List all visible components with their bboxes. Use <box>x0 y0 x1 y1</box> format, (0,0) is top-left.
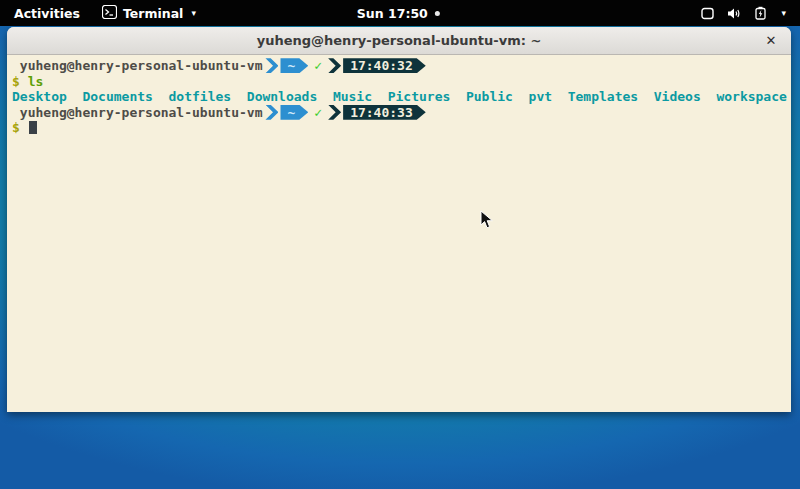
shell-prompt-symbol: $ <box>12 74 20 89</box>
prompt-cwd-segment: ~ <box>280 105 308 120</box>
top-bar: Activities Terminal ▾ Sun 17:50 <box>0 0 800 26</box>
window-title: yuheng@henry-personal-ubuntu-vm: ~ <box>257 33 542 48</box>
notification-dot-icon <box>435 11 440 16</box>
prompt-user-text: yuheng@henry-personal-ubuntu-vm <box>20 105 263 120</box>
app-menu[interactable]: Terminal ▾ <box>102 5 196 22</box>
app-menu-label: Terminal <box>123 6 183 21</box>
ls-output-line: Desktop Documents dotfiles Downloads Mus… <box>12 89 791 105</box>
clock-label: Sun 17:50 <box>357 6 428 21</box>
activities-button[interactable]: Activities <box>10 4 84 23</box>
prompt-user <box>12 58 20 73</box>
command-line: $ ls <box>12 74 791 90</box>
terminal-content[interactable]: yuheng@henry-personal-ubuntu-vm ~ ✓ 17:4… <box>7 55 791 411</box>
window-titlebar[interactable]: yuheng@henry-personal-ubuntu-vm: ~ ✕ <box>7 27 791 55</box>
terminal-window: yuheng@henry-personal-ubuntu-vm: ~ ✕ yuh… <box>7 27 791 412</box>
close-button[interactable]: ✕ <box>760 29 782 51</box>
status-check-icon: ✓ <box>314 105 322 120</box>
prompt-time-segment: 17:40:33 <box>343 105 426 120</box>
prompt-line-1: yuheng@henry-personal-ubuntu-vm ~ ✓ 17:4… <box>12 58 791 74</box>
powerline-separator-icon <box>265 105 278 120</box>
chevron-down-icon: ▾ <box>781 9 786 18</box>
chevron-down-icon: ▾ <box>191 9 196 18</box>
prompt-time-segment: 17:40:32 <box>343 58 426 73</box>
prompt-line-2: yuheng@henry-personal-ubuntu-vm ~ ✓ 17:4… <box>12 105 791 121</box>
prompt-cwd-segment: ~ <box>280 58 308 73</box>
clock-menu[interactable]: Sun 17:50 <box>357 0 440 26</box>
prompt-user <box>12 105 20 120</box>
terminal-icon <box>102 5 117 22</box>
system-status-menu[interactable]: ▾ <box>697 4 790 22</box>
display-icon <box>701 7 714 20</box>
powerline-separator-icon <box>328 58 341 73</box>
current-input-line: $ <box>12 120 791 136</box>
powerline-separator-icon <box>265 58 278 73</box>
volume-icon <box>727 7 742 20</box>
powerline-separator-icon <box>328 105 341 120</box>
directory-list: Desktop Documents dotfiles Downloads Mus… <box>12 89 787 104</box>
prompt-user-text: yuheng@henry-personal-ubuntu-vm <box>20 58 263 73</box>
shell-prompt-symbol: $ <box>12 120 20 135</box>
battery-charging-icon <box>755 6 766 20</box>
text-cursor <box>29 121 37 134</box>
mouse-cursor-icon <box>480 210 494 234</box>
command-text: ls <box>28 74 44 89</box>
status-check-icon: ✓ <box>314 58 322 73</box>
